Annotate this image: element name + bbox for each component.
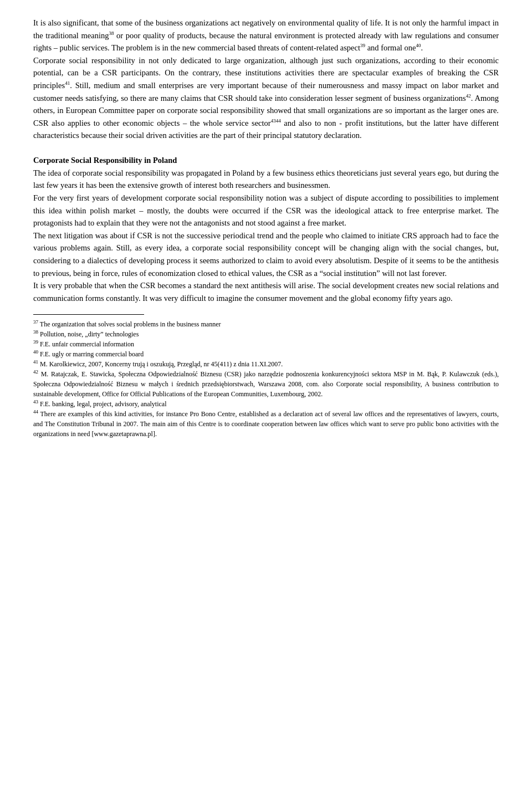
footnote-38: 38 Pollution, noise, „dirty” technologie… xyxy=(33,329,499,339)
p2-text: Corporate social responsibility in not o… xyxy=(33,56,499,140)
footnote-37: 37 The organization that solves social p… xyxy=(33,319,499,329)
sup-38: 38 xyxy=(109,30,114,36)
footnotes-block: 37 The organization that solves social p… xyxy=(33,319,499,439)
section-paragraph-4: It is very probable that when the CSR be… xyxy=(33,279,499,304)
footnote-39: 39 F.E. unfair commercial information xyxy=(33,339,499,349)
footnote-43: 43 F.E. banking, legal, project, advisor… xyxy=(33,399,499,409)
fn-sup-42: 42 xyxy=(33,369,38,375)
fn-sup-40: 40 xyxy=(33,349,38,355)
sup-40: 40 xyxy=(416,43,421,48)
fn-sup-39: 39 xyxy=(33,339,38,345)
footnote-divider xyxy=(33,314,144,315)
sup-41: 41 xyxy=(65,80,70,86)
sup-4344: 4344 xyxy=(271,118,281,124)
section-heading: Corporate Social Responsibility in Polan… xyxy=(33,154,499,167)
fn-sup-41: 41 xyxy=(33,359,38,365)
fn-sup-43: 43 xyxy=(33,399,38,405)
footnote-44: 44 There are examples of this kind activ… xyxy=(33,409,499,439)
fn-sup-44: 44 xyxy=(33,409,38,415)
section-paragraph-3: The next litigation was about if CSR is … xyxy=(33,229,499,279)
section-paragraph-1: The idea of corporate social responsibil… xyxy=(33,167,499,192)
footnote-41: 41 M. Karolkiewicz, 2007, Koncerny trują… xyxy=(33,359,499,369)
paragraph-1: It is also significant, that some of the… xyxy=(33,17,499,54)
fn-sup-37: 37 xyxy=(33,319,38,325)
paragraph-2: Corporate social responsibility in not o… xyxy=(33,54,499,142)
page: It is also significant, that some of the… xyxy=(0,0,532,461)
section-paragraph-2: For the very first years of development … xyxy=(33,192,499,229)
sup-39: 39 xyxy=(360,43,365,48)
sup-42: 42 xyxy=(466,93,471,99)
fn-sup-38: 38 xyxy=(33,329,38,335)
main-text-block: It is also significant, that some of the… xyxy=(33,17,499,304)
footnote-40: 40 F.E. ugly or marring commercial board xyxy=(33,349,499,359)
p1-text1: It is also significant, that some of the… xyxy=(33,18,499,52)
footnote-42: 42 M. Ratajczak, E. Stawicka, Społeczna … xyxy=(33,369,499,399)
